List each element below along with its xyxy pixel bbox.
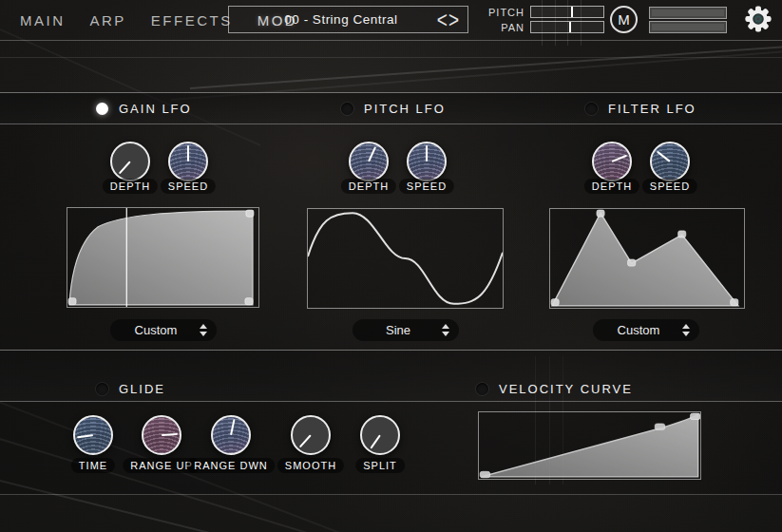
- wave-handle[interactable]: [246, 210, 254, 217]
- glide-title: GLIDE: [119, 382, 165, 396]
- gain-lfo-led[interactable]: [96, 103, 108, 115]
- pitch-speed-label: SPEED: [399, 179, 454, 194]
- pitch-wave-dropdown[interactable]: Sine: [353, 319, 459, 341]
- preset-prev-icon[interactable]: <: [437, 9, 448, 31]
- velocity-curve-led[interactable]: [476, 383, 488, 395]
- pitch-slider[interactable]: [530, 6, 604, 18]
- filter-speed-label: SPEED: [642, 179, 697, 194]
- knob-pointer: [209, 413, 252, 456]
- pitch-lfo-sine-curve: [308, 213, 503, 304]
- knob-pointer: [143, 416, 181, 455]
- preset-name: 00 - String Central: [229, 12, 429, 27]
- pitch-lfo-title: PITCH LFO: [364, 102, 446, 116]
- wave-handle[interactable]: [678, 231, 686, 238]
- divider: [0, 40, 782, 41]
- knob-pointer: [409, 143, 445, 180]
- wave-handle[interactable]: [597, 210, 604, 217]
- pitch-slider-handle: [571, 7, 573, 17]
- settings-gear-icon[interactable]: [742, 3, 774, 35]
- velocity-handle[interactable]: [655, 424, 664, 429]
- filter-wave-selected: Custom: [593, 323, 673, 337]
- filter-depth-label: DEPTH: [584, 179, 639, 194]
- gain-lfo-curve: [69, 211, 253, 305]
- velocity-handle[interactable]: [480, 471, 489, 477]
- filter-depth-knob[interactable]: [592, 142, 632, 181]
- velocity-handle[interactable]: [691, 413, 700, 419]
- glide-range-down-label: RANGE DWN: [186, 458, 275, 473]
- glide-smooth-knob[interactable]: [291, 415, 331, 455]
- glide-split-label: SPLIT: [355, 458, 405, 473]
- divider: [0, 57, 782, 58]
- gain-wave-selected: Custom: [110, 323, 190, 337]
- wave-handle[interactable]: [551, 299, 559, 306]
- glide-smooth-label: SMOOTH: [277, 458, 344, 473]
- pitch-label: PITCH: [479, 7, 525, 18]
- glide-range-up-knob[interactable]: [142, 415, 181, 455]
- filter-lfo-curve: [552, 213, 738, 306]
- pan-label: PAN: [479, 22, 525, 33]
- pitch-depth-knob[interactable]: [349, 142, 389, 181]
- velocity-curve-title: VELOCITY CURVE: [499, 382, 633, 396]
- gain-depth-label: DEPTH: [103, 179, 158, 194]
- pitch-depth-label: DEPTH: [341, 179, 396, 194]
- gain-speed-label: SPEED: [161, 179, 216, 194]
- velocity-curve-header: VELOCITY CURVE: [476, 381, 633, 396]
- plugin-window: MAIN ARP EFFECTS MOD 00 - String Central…: [0, 0, 782, 532]
- dropdown-arrows-icon: [673, 324, 699, 336]
- glide-time-knob[interactable]: [73, 415, 113, 455]
- wave-handle[interactable]: [628, 259, 636, 266]
- gain-depth-knob[interactable]: [110, 142, 150, 181]
- pitch-wave-selected: Sine: [353, 323, 432, 337]
- filter-lfo-led[interactable]: [585, 103, 598, 115]
- filter-lfo-header: FILTER LFO: [585, 101, 696, 116]
- pitch-lfo-led[interactable]: [341, 103, 353, 115]
- tab-main[interactable]: MAIN: [8, 12, 78, 28]
- level-meter-left: [649, 7, 727, 19]
- tab-arp[interactable]: ARP: [78, 12, 139, 28]
- mono-button[interactable]: M: [610, 6, 638, 33]
- knob-pointer: [170, 143, 206, 180]
- filter-lfo-wave-display[interactable]: [549, 208, 745, 309]
- knob-pointer: [73, 415, 114, 456]
- gain-speed-knob[interactable]: [168, 142, 208, 181]
- preset-arrows: < >: [429, 10, 467, 28]
- gain-lfo-title: GAIN LFO: [119, 102, 192, 116]
- gain-wave-dropdown[interactable]: Custom: [110, 319, 217, 341]
- preset-next-icon[interactable]: >: [448, 9, 459, 31]
- velocity-curve-path: [481, 414, 697, 477]
- wave-handle[interactable]: [731, 299, 738, 306]
- glide-led[interactable]: [96, 383, 108, 395]
- level-meter-right: [649, 21, 727, 33]
- divider: [0, 494, 782, 495]
- preset-selector[interactable]: 00 - String Central < >: [228, 6, 468, 33]
- glide-header: GLIDE: [96, 381, 165, 396]
- filter-lfo-title: FILTER LFO: [608, 102, 696, 116]
- glide-split-knob[interactable]: [360, 415, 400, 455]
- wave-handle[interactable]: [245, 298, 253, 305]
- pitch-lfo-header: PITCH LFO: [341, 101, 446, 116]
- pitch-lfo-wave-display[interactable]: [307, 208, 504, 309]
- dropdown-arrows-icon: [432, 324, 459, 336]
- pan-slider-handle: [569, 22, 571, 32]
- wave-handle[interactable]: [68, 298, 76, 305]
- gain-lfo-header: GAIN LFO: [96, 101, 192, 116]
- pitch-speed-knob[interactable]: [407, 142, 447, 181]
- velocity-curve-display[interactable]: [478, 411, 701, 480]
- dropdown-arrows-icon: [190, 324, 217, 336]
- glide-time-label: TIME: [71, 458, 115, 473]
- filter-speed-knob[interactable]: [650, 142, 690, 181]
- glide-range-down-knob[interactable]: [211, 415, 251, 455]
- pan-slider[interactable]: [530, 21, 604, 33]
- gain-lfo-wave-display[interactable]: [67, 207, 259, 308]
- filter-wave-dropdown[interactable]: Custom: [593, 319, 699, 341]
